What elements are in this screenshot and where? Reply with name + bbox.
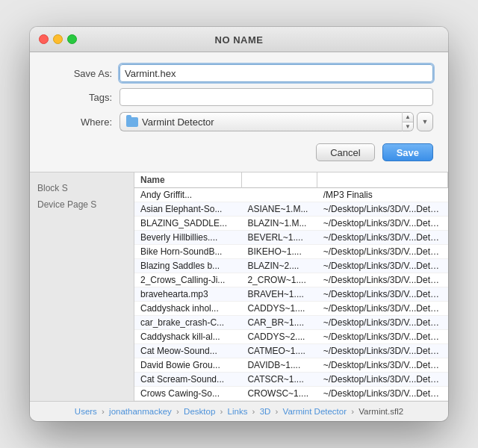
table-cell-name: BLAZING_SADDLE...	[134, 217, 241, 231]
breadcrumb-separator: ›	[220, 407, 223, 416]
table-row[interactable]: 2_Crows_Calling-Ji...2_CROW~1....~/Deskt…	[134, 273, 448, 287]
table-cell-name: car_brake_crash-C...	[134, 316, 241, 330]
table-cell-name: Cat Scream-Sound...	[134, 373, 241, 387]
table-row[interactable]: car_brake_crash-C...CAR_BR~1....~/Deskto…	[134, 316, 448, 330]
table-cell-name: Asian Elephant-So...	[134, 202, 241, 217]
where-arrows: ▲ ▼	[402, 112, 414, 131]
table-cell-path: ~/Desktop/Links/3D/V...Detector/MP3 Fina…	[317, 330, 448, 344]
close-button[interactable]	[39, 34, 49, 44]
where-label: Where:	[45, 116, 112, 128]
cancel-button[interactable]: Cancel	[316, 143, 374, 161]
breadcrumb-separator: ›	[276, 407, 279, 416]
col-header-name: Name	[134, 172, 241, 188]
where-text: Varmint Detector	[142, 116, 214, 128]
table-row[interactable]: Cat Meow-Sound...CATMEO~1....~/Desktop/L…	[134, 344, 448, 358]
table-row[interactable]: Andy Griffit.../MP3 Finalis	[134, 188, 448, 202]
breadcrumb-item[interactable]: Links	[228, 407, 248, 416]
col-header-path	[317, 172, 448, 188]
table-cell-short: BEVERL~1....	[241, 231, 317, 245]
table-row[interactable]: Cat Scream-Sound...CATSCR~1....~/Desktop…	[134, 373, 448, 387]
breadcrumb: Users › jonathanmackey › Desktop › Links…	[75, 407, 403, 416]
file-list-area: Name Andy Griffit.../MP3 FinalisAsian El…	[134, 172, 448, 401]
table-row[interactable]: David Bowie Grou...DAVIDB~1....~/Desktop…	[134, 358, 448, 373]
table-row[interactable]: Asian Elephant-So...ASIANE~1.M...~/Deskt…	[134, 202, 448, 217]
table-cell-name: Blazing Saddles b...	[134, 259, 241, 273]
bottom-bar: Users › jonathanmackey › Desktop › Links…	[30, 401, 448, 421]
table-row[interactable]: Beverly Hillbillies....BEVERL~1....~/Des…	[134, 231, 448, 245]
table-cell-name: Caddyshack inhol...	[134, 302, 241, 316]
window-title: NO NAME	[215, 34, 264, 46]
table-cell-path: ~/Desktop/Links/3D/V...Detector/MP3 Fina…	[317, 287, 448, 302]
titlebar: NO NAME	[30, 27, 448, 52]
left-label-2: Device Page S	[30, 196, 134, 213]
file-table-body: Andy Griffit.../MP3 FinalisAsian Elephan…	[134, 188, 448, 401]
table-cell-path: ~/Desktop/Links/3D/V...Detector/MP3 Fina…	[317, 358, 448, 373]
table-cell-short: CADDYS~1....	[241, 302, 317, 316]
table-row[interactable]: BLAZING_SADDLE...BLAZIN~1.M...~/Desktop/…	[134, 217, 448, 231]
tags-row: Tags:	[45, 88, 433, 106]
breadcrumb-item[interactable]: Varmint Detector	[283, 407, 347, 416]
tags-label: Tags:	[45, 92, 112, 103]
where-select-wrapper: Varmint Detector ▲ ▼ ▼	[120, 112, 433, 131]
breadcrumb-item[interactable]: Desktop	[184, 407, 215, 416]
table-row[interactable]: Crows Cawing-So...CROWSC~1....~/Desktop/…	[134, 387, 448, 401]
breadcrumb-separator: ›	[351, 407, 354, 416]
table-cell-path: ~/Desktop/Links/3D/V...Detector/MP3 Fina…	[317, 231, 448, 245]
where-row: Where: Varmint Detector ▲ ▼ ▼	[45, 112, 433, 131]
where-select[interactable]: Varmint Detector	[120, 112, 402, 131]
save-button[interactable]: Save	[382, 143, 433, 161]
table-cell-name: 2_Crows_Calling-Ji...	[134, 273, 241, 287]
table-cell-path: ~/Desktop/Links/3D/V...Detector/MP3 Fina…	[317, 245, 448, 259]
table-row[interactable]: Bike Horn-SoundB...BIKEHO~1....~/Desktop…	[134, 245, 448, 259]
table-cell-name: bravehearta.mp3	[134, 287, 241, 302]
maximize-button[interactable]	[67, 34, 77, 44]
table-cell-path: ~/Desktop/Links/3D/V...Detector/MP3 Fina…	[317, 202, 448, 217]
table-cell-short: BRAVEH~1....	[241, 287, 317, 302]
table-cell-path: ~/Desktop/Links/3D/V...Detector/MP3 Fina…	[317, 259, 448, 273]
table-cell-short: CATSCR~1....	[241, 373, 317, 387]
breadcrumb-item[interactable]: Users	[75, 407, 97, 416]
table-cell-short: CADDYS~2....	[241, 330, 317, 344]
table-cell-name: Beverly Hillbillies....	[134, 231, 241, 245]
traffic-lights	[39, 34, 77, 44]
main-content: Block S Device Page S Name Andy Griffit.…	[30, 172, 448, 401]
table-cell-short: BLAZIN~2....	[241, 259, 317, 273]
left-panel: Block S Device Page S	[30, 172, 134, 401]
table-cell-name: Cat Meow-Sound...	[134, 344, 241, 358]
save-as-input[interactable]	[120, 64, 433, 82]
where-arrow-down[interactable]: ▼	[403, 122, 413, 131]
table-header-row: Name	[134, 172, 448, 188]
table-cell-path: ~/Desktop/Links/3D/V...Detector/MP3 Fina…	[317, 273, 448, 287]
where-arrow-up[interactable]: ▲	[403, 113, 413, 122]
table-row[interactable]: Blazing Saddles b...BLAZIN~2....~/Deskto…	[134, 259, 448, 273]
breadcrumb-item[interactable]: 3D	[260, 407, 271, 416]
table-cell-path: ~/Desktop/Links/3D/V...Detector/MP3 Fina…	[317, 302, 448, 316]
button-row: Cancel Save	[45, 140, 433, 164]
table-cell-path: ~/Desktop/Links/3D/V...Detector/MP3 Fina…	[317, 217, 448, 231]
breadcrumb-item[interactable]: jonathanmackey	[109, 407, 172, 416]
main-window: NO NAME Save As: Tags: Where: Varmint De…	[30, 27, 448, 421]
table-cell-name: Andy Griffit...	[134, 188, 241, 202]
table-row[interactable]: Caddyshack inhol...CADDYS~1....~/Desktop…	[134, 302, 448, 316]
minimize-button[interactable]	[53, 34, 63, 44]
table-row[interactable]: bravehearta.mp3BRAVEH~1....~/Desktop/Lin…	[134, 287, 448, 302]
save-as-label: Save As:	[45, 68, 112, 79]
save-as-row: Save As:	[45, 64, 433, 82]
save-dialog: Save As: Tags: Where: Varmint Detector ▲…	[30, 52, 448, 172]
table-row[interactable]: Caddyshack kill-al...CADDYS~2....~/Deskt…	[134, 330, 448, 344]
where-expand-button[interactable]: ▼	[417, 112, 433, 131]
table-cell-name: David Bowie Grou...	[134, 358, 241, 373]
file-table: Name Andy Griffit.../MP3 FinalisAsian El…	[134, 172, 448, 401]
folder-icon	[126, 117, 138, 127]
table-cell-short: BIKEHO~1....	[241, 245, 317, 259]
table-cell-short: BLAZIN~1.M...	[241, 217, 317, 231]
table-cell-short: CATMEO~1....	[241, 344, 317, 358]
col-header-short	[241, 172, 317, 188]
table-cell-name: Caddyshack kill-al...	[134, 330, 241, 344]
breadcrumb-separator: ›	[176, 407, 179, 416]
tags-input[interactable]	[120, 88, 433, 106]
table-cell-path: ~/Desktop/Links/3D/V...Detector/MP3 Fina…	[317, 316, 448, 330]
table-cell-short: 2_CROW~1....	[241, 273, 317, 287]
table-cell-name: Bike Horn-SoundB...	[134, 245, 241, 259]
table-cell-path: ~/Desktop/Links/3D/V...Detector/MP3 Fina…	[317, 344, 448, 358]
